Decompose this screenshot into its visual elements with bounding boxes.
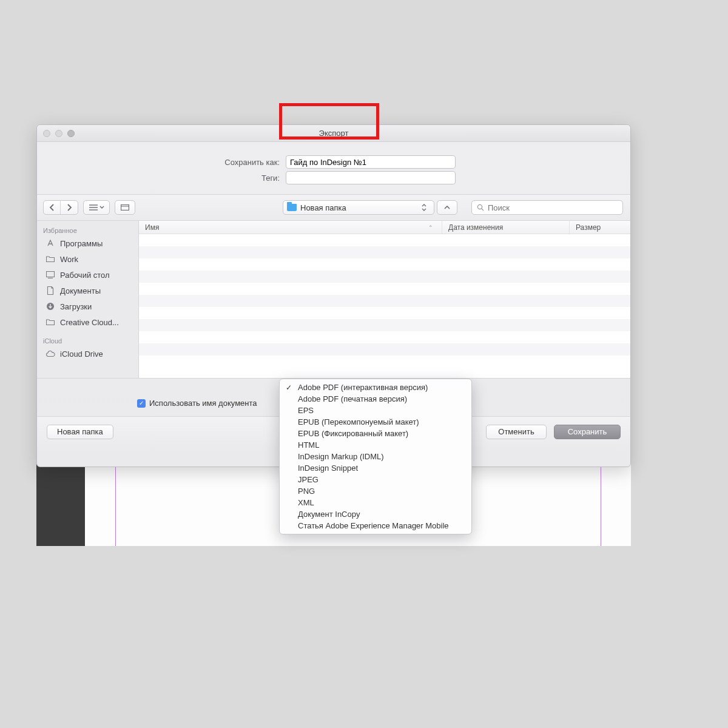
search-icon xyxy=(477,204,484,211)
format-option[interactable]: EPUB (Фиксированный макет) xyxy=(280,428,471,439)
format-option-label: EPUB (Перекомпонуемый макет) xyxy=(298,417,419,426)
sidebar-item-label: Creative Cloud... xyxy=(60,318,119,327)
sidebar-item-label: Документы xyxy=(60,286,101,295)
svg-rect-3 xyxy=(121,205,129,211)
format-option[interactable]: JPEG xyxy=(280,474,471,485)
file-list: Имя ⌃ Дата изменения Размер xyxy=(139,221,630,378)
dialog-title: Экспорт xyxy=(37,129,630,138)
search-field[interactable] xyxy=(471,200,623,215)
folder-icon xyxy=(287,204,297,211)
table-row xyxy=(139,234,630,246)
format-option[interactable]: XML xyxy=(280,497,471,508)
sidebar-item-label: Загрузки xyxy=(60,302,92,311)
back-button[interactable] xyxy=(44,201,61,214)
format-dropdown-menu[interactable]: ✓Adobe PDF (интерактивная версия)Adobe P… xyxy=(279,379,472,534)
format-option[interactable]: ✓Adobe PDF (интерактивная версия) xyxy=(280,382,471,393)
sidebar-section-icloud: iCloud xyxy=(37,335,138,346)
format-option-label: InDesign Snippet xyxy=(298,463,358,473)
format-option-label: XML xyxy=(298,498,314,507)
sidebar-item-label: Программы xyxy=(60,239,103,248)
table-row xyxy=(139,319,630,331)
document-margin-guide xyxy=(115,464,116,546)
sidebar-item-documents[interactable]: Документы xyxy=(37,283,138,298)
downloads-icon xyxy=(46,302,55,311)
format-option-label: JPEG xyxy=(298,475,318,484)
table-row xyxy=(139,356,630,368)
documents-icon xyxy=(46,286,55,295)
sidebar-item-creative-cloud[interactable]: Creative Cloud... xyxy=(37,314,138,330)
sidebar-item-downloads[interactable]: Загрузки xyxy=(37,298,138,314)
sidebar-item-applications[interactable]: Программы xyxy=(37,235,138,251)
new-folder-button[interactable]: Новая папка xyxy=(47,425,113,439)
save-as-input[interactable] xyxy=(286,155,456,169)
format-option[interactable]: EPS xyxy=(280,405,471,416)
desktop-icon xyxy=(46,270,55,280)
use-doc-name-label: Использовать имя документа xyxy=(149,399,257,408)
list-body[interactable] xyxy=(139,234,630,378)
format-option-label: Adobe PDF (печатная версия) xyxy=(298,394,407,403)
sidebar-item-label: iCloud Drive xyxy=(60,349,103,359)
format-option[interactable]: EPUB (Перекомпонуемый макет) xyxy=(280,416,471,428)
stepper-icon xyxy=(422,204,430,211)
svg-rect-7 xyxy=(47,272,55,277)
save-as-label: Сохранить как: xyxy=(37,158,280,167)
folder-icon xyxy=(46,317,55,327)
file-browser: Избранное Программы Work Рабочий стол xyxy=(37,221,630,379)
search-input[interactable] xyxy=(488,203,618,212)
folder-icon xyxy=(46,254,55,264)
save-button[interactable]: Сохранить xyxy=(554,425,621,439)
checkmark-icon: ✓ xyxy=(286,383,292,392)
svg-point-5 xyxy=(477,204,482,209)
format-option-label: HTML xyxy=(298,440,319,450)
format-option[interactable]: InDesign Snippet xyxy=(280,462,471,474)
sidebar: Избранное Программы Work Рабочий стол xyxy=(37,221,139,378)
table-row xyxy=(139,258,630,271)
table-row xyxy=(139,343,630,356)
nav-buttons xyxy=(43,200,78,215)
format-option-label: InDesign Markup (IDML) xyxy=(298,452,384,461)
sidebar-item-icloud-drive[interactable]: iCloud Drive xyxy=(37,346,138,362)
group-button[interactable] xyxy=(115,200,135,215)
cloud-icon xyxy=(46,349,55,359)
table-row xyxy=(139,331,630,343)
format-option-label: EPUB (Фиксированный макет) xyxy=(298,429,408,438)
sort-ascending-icon: ⌃ xyxy=(428,224,433,231)
format-option[interactable]: InDesign Markup (IDML) xyxy=(280,451,471,462)
sidebar-item-work[interactable]: Work xyxy=(37,251,138,267)
column-date[interactable]: Дата изменения xyxy=(442,221,570,234)
dialog-titlebar: Экспорт xyxy=(37,125,630,142)
table-row xyxy=(139,307,630,319)
table-row xyxy=(139,295,630,307)
column-name[interactable]: Имя ⌃ xyxy=(139,221,442,234)
table-row xyxy=(139,271,630,283)
sidebar-section-favorites: Избранное xyxy=(37,224,138,235)
tags-input[interactable] xyxy=(286,171,456,184)
list-header: Имя ⌃ Дата изменения Размер xyxy=(139,221,630,234)
folder-name: Новая папка xyxy=(300,203,346,212)
column-size[interactable]: Размер xyxy=(570,221,630,234)
collapse-browser-button[interactable] xyxy=(437,200,457,215)
app-background-dark xyxy=(36,464,85,546)
format-option[interactable]: Документ InCopy xyxy=(280,508,471,520)
format-option[interactable]: Adobe PDF (печатная версия) xyxy=(280,393,471,405)
format-option[interactable]: Статья Adobe Experience Manager Mobile xyxy=(280,520,471,531)
table-row xyxy=(139,246,630,258)
table-row xyxy=(139,283,630,295)
cancel-button[interactable]: Отменить xyxy=(486,425,547,439)
format-option-label: Adobe PDF (интерактивная версия) xyxy=(298,383,428,392)
browser-toolbar: Новая папка xyxy=(37,194,630,221)
applications-icon xyxy=(46,238,55,248)
use-doc-name-checkbox[interactable]: ✓ xyxy=(137,399,146,408)
format-option-label: PNG xyxy=(298,487,315,496)
format-option-label: Статья Adobe Experience Manager Mobile xyxy=(298,521,449,530)
save-form: Сохранить как: Теги: xyxy=(37,142,630,194)
sidebar-item-label: Work xyxy=(60,255,78,264)
folder-dropdown[interactable]: Новая папка xyxy=(283,200,434,215)
format-option-label: Документ InCopy xyxy=(298,510,360,519)
view-mode-button[interactable] xyxy=(83,200,110,215)
tags-label: Теги: xyxy=(37,174,280,183)
sidebar-item-desktop[interactable]: Рабочий стол xyxy=(37,267,138,283)
format-option[interactable]: PNG xyxy=(280,485,471,497)
format-option[interactable]: HTML xyxy=(280,439,471,451)
forward-button[interactable] xyxy=(61,201,78,214)
